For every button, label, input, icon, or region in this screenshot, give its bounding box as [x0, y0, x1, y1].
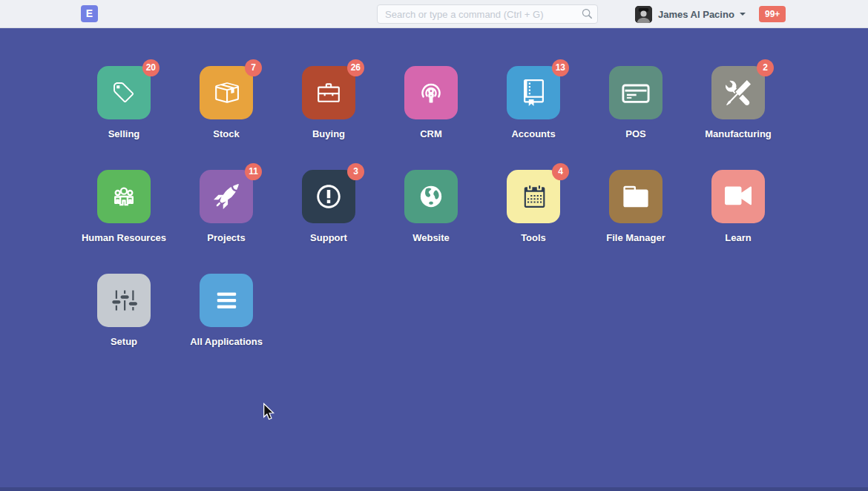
module-tile: 20: [97, 66, 151, 119]
page-bottom-edge: [0, 487, 868, 491]
module-setup[interactable]: Setup: [73, 274, 175, 378]
module-label: Selling: [108, 128, 140, 139]
module-tile: 26: [302, 66, 355, 119]
app-logo[interactable]: E: [81, 5, 98, 22]
module-tile: 13: [507, 66, 560, 119]
module-tile: [97, 170, 151, 223]
notification-count-badge: 20: [142, 59, 160, 76]
module-label: Website: [412, 232, 450, 243]
user-name: James Al Pacino: [658, 9, 734, 20]
globe-icon: [418, 183, 444, 210]
module-label: Stock: [213, 128, 239, 139]
module-tile: 4: [507, 170, 560, 223]
module-label: File Manager: [606, 232, 665, 243]
notifications-badge[interactable]: 99+: [759, 6, 786, 22]
module-tile: 11: [200, 170, 253, 223]
notification-count-badge: 3: [347, 163, 364, 180]
book-ledger-icon: [524, 79, 544, 106]
module-tile: [97, 274, 151, 327]
module-buying[interactable]: 26Buying: [277, 66, 380, 170]
module-label: Manufacturing: [705, 128, 772, 139]
module-tile: [200, 274, 253, 327]
module-label: All Applications: [190, 336, 263, 347]
desk-area: 20Selling7Stock26BuyingCRM13AccountsPOS2…: [0, 28, 868, 491]
module-label: Human Resources: [82, 232, 166, 243]
module-tile: 2: [711, 66, 765, 119]
search-icon[interactable]: [582, 9, 592, 19]
notification-count-badge: 7: [245, 59, 262, 76]
module-stock[interactable]: 7Stock: [175, 66, 277, 170]
module-tile: 7: [200, 66, 253, 119]
module-tile: [609, 66, 662, 119]
folder-icon: [623, 182, 648, 211]
module-tools[interactable]: 4Tools: [482, 170, 585, 274]
module-label: Learn: [725, 232, 751, 243]
module-label: Projects: [207, 232, 245, 243]
tools-icon: [726, 80, 751, 105]
module-label: Buying: [312, 128, 345, 139]
module-pos[interactable]: POS: [585, 66, 687, 170]
notification-count-badge: 26: [347, 59, 364, 76]
module-accounts[interactable]: 13Accounts: [482, 66, 585, 170]
rocket-icon: [214, 184, 239, 209]
module-manufacturing[interactable]: 2Manufacturing: [687, 66, 789, 170]
user-avatar: [635, 6, 652, 23]
notification-count-badge: 13: [552, 59, 569, 76]
chevron-down-icon: [740, 13, 746, 16]
module-label: CRM: [420, 128, 442, 139]
module-tile: [404, 170, 458, 223]
broadcast-icon: [418, 79, 444, 106]
module-tile: 3: [302, 170, 355, 223]
video-camera-icon: [725, 183, 752, 210]
user-dropdown[interactable]: James Al Pacino: [635, 5, 746, 23]
module-grid: 20Selling7Stock26BuyingCRM13AccountsPOS2…: [73, 28, 789, 378]
module-label: Tools: [521, 232, 546, 243]
module-human-resources[interactable]: Human Resources: [73, 170, 175, 274]
module-tile: [609, 170, 662, 223]
calendar-icon: [522, 184, 545, 209]
module-website[interactable]: Website: [380, 170, 482, 274]
tag-icon: [112, 81, 137, 105]
notification-count-badge: 11: [245, 163, 262, 180]
module-label: Accounts: [511, 128, 555, 139]
module-crm[interactable]: CRM: [380, 66, 482, 170]
issue-opened-icon: [317, 183, 341, 210]
module-tile: [404, 66, 458, 119]
notification-count-badge: 4: [552, 163, 569, 180]
three-bars-icon: [216, 288, 237, 313]
organization-icon: [110, 182, 138, 211]
global-search: [377, 4, 598, 24]
notification-count-badge: 2: [757, 59, 774, 76]
sliders-icon: [111, 287, 137, 314]
module-learn[interactable]: Learn: [687, 170, 789, 274]
module-file-manager[interactable]: File Manager: [585, 170, 687, 274]
module-tile: [711, 170, 765, 223]
module-selling[interactable]: 20Selling: [73, 66, 175, 170]
briefcase-icon: [317, 80, 341, 105]
credit-card-icon: [622, 79, 650, 107]
module-label: POS: [625, 128, 645, 139]
module-all-applications[interactable]: All Applications: [175, 274, 277, 378]
search-input[interactable]: [377, 4, 598, 24]
module-label: Setup: [111, 336, 137, 347]
top-navbar: E James Al Pacino 99+: [0, 0, 868, 28]
module-support[interactable]: 3Support: [277, 170, 380, 274]
mouse-cursor: [262, 403, 275, 424]
package-icon: [214, 80, 239, 105]
module-label: Support: [310, 232, 347, 243]
module-projects[interactable]: 11Projects: [175, 170, 277, 274]
